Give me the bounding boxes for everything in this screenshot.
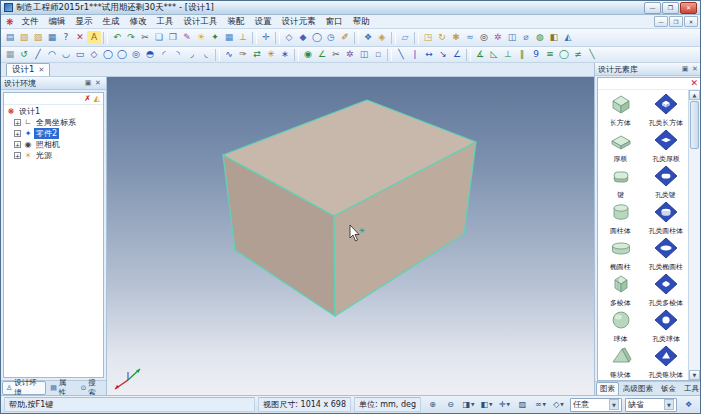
spline-tool-icon[interactable]: ∿ (222, 48, 236, 61)
maximize-button[interactable]: ❐ (662, 2, 679, 14)
library-item[interactable]: 孔类长方体 (643, 91, 688, 127)
tree-root-item[interactable]: ❋设计1 (4, 106, 103, 117)
menu-item-1[interactable]: 文件 (17, 16, 44, 28)
circle-2pt-tool-icon[interactable]: ◯ (115, 48, 129, 61)
grid-display-icon[interactable]: ▦ (222, 31, 236, 44)
regenerate-icon[interactable]: ◭ (94, 94, 100, 103)
mirror-feature-icon[interactable]: ◫ (505, 31, 519, 44)
render-mode-icon[interactable]: ◨▼ (460, 397, 477, 412)
sketch-2d-icon[interactable]: ◇ (282, 31, 296, 44)
undo-icon[interactable]: ↶ (110, 31, 124, 44)
minimize-button[interactable]: — (644, 2, 661, 14)
library-item[interactable]: 厚板 (598, 127, 643, 163)
dropdown-arrow-icon[interactable]: ▼ (664, 399, 674, 410)
expand-icon[interactable]: + (14, 119, 21, 126)
expand-icon[interactable]: + (14, 141, 21, 148)
snap-mode-combo[interactable]: 任意▼ (570, 398, 622, 412)
default-combo[interactable]: 缺省▼ (625, 398, 677, 412)
menu-item-7[interactable]: 设计工具 (179, 16, 223, 28)
pin-icon[interactable]: ▣ (680, 65, 690, 73)
menu-item-5[interactable]: 修改 (125, 16, 152, 28)
offset-tool-icon[interactable]: ⇄ (250, 48, 264, 61)
projection-icon[interactable]: ◇▼ (550, 397, 567, 412)
delete-icon[interactable]: ✕ (73, 31, 87, 44)
pin-icon[interactable]: ▣ (83, 79, 93, 87)
render-settings-icon[interactable]: ◧ (547, 31, 561, 44)
new-file-icon[interactable]: ▤ (3, 31, 17, 44)
copy-icon[interactable]: ❏ (152, 31, 166, 44)
right-panel-close-icon[interactable]: ✕ (690, 65, 700, 73)
dim-tool-7-icon[interactable]: ≠ (571, 48, 585, 61)
scroll-up-icon[interactable]: ▲ (689, 90, 700, 100)
dim-tool-1-icon[interactable]: ∡ (473, 48, 487, 61)
open-file-icon[interactable]: ▧ (17, 31, 31, 44)
arc-tool-icon[interactable]: ◠ (45, 48, 59, 61)
sweep-feature-icon[interactable]: ✱ (449, 31, 463, 44)
sketch-3d-icon[interactable]: ◆ (296, 31, 310, 44)
array-tool-icon[interactable]: ✲ (343, 48, 357, 61)
tree-item[interactable]: +✦零件2 (4, 128, 103, 139)
library-item[interactable]: 椭圆柱 (598, 235, 643, 271)
document-tab[interactable]: 设计1 ✕ (6, 63, 50, 76)
format-brush-icon[interactable]: ✎ (180, 31, 194, 44)
axis-tool-icon[interactable]: ❘ (408, 48, 422, 61)
tree-item[interactable]: +∟全局坐标系 (4, 117, 103, 128)
trim-tool-icon[interactable]: ✂ (329, 48, 343, 61)
circle-tool-icon[interactable]: ◯ (101, 48, 115, 61)
library-item[interactable]: 圆柱体 (598, 199, 643, 235)
sketch-circle-icon[interactable]: ◯ (310, 31, 324, 44)
zoom-in-icon[interactable]: ⊕ (424, 397, 441, 412)
line-tool-icon[interactable]: ╱ (31, 48, 45, 61)
pattern-feature-icon[interactable]: ✲ (491, 31, 505, 44)
dropdown-arrow-icon[interactable]: ▼ (609, 399, 619, 410)
open-folder-icon[interactable]: ▨ (31, 31, 45, 44)
expand-icon[interactable]: + (14, 130, 21, 137)
stretch-tool-icon[interactable]: ▫ (371, 48, 385, 61)
ellipse-tool-icon[interactable]: ◓ (143, 48, 157, 61)
library-tab-2[interactable]: 高级图素 (619, 382, 657, 396)
scroll-down-icon[interactable]: ▼ (689, 370, 700, 380)
revolve-feature-icon[interactable]: ↻ (435, 31, 449, 44)
view-direction-icon[interactable]: ∞▼ (532, 397, 549, 412)
dim-leader-icon[interactable]: ↘ (436, 48, 450, 61)
menu-item-9[interactable]: 设置 (250, 16, 277, 28)
reference-plane-icon[interactable]: ▱ (398, 31, 412, 44)
dim-tool-3-icon[interactable]: ⊥ (501, 48, 515, 61)
loft-feature-icon[interactable]: ≈ (463, 31, 477, 44)
render-bulb-icon[interactable]: ☀ (194, 31, 208, 44)
chamfer-tool-icon[interactable]: ∠ (315, 48, 329, 61)
mdi-minimize-button[interactable]: — (654, 16, 668, 27)
menu-item-12[interactable]: 帮助 (348, 16, 375, 28)
dim-linear-icon[interactable]: ↔ (422, 48, 436, 61)
menu-item-11[interactable]: 窗口 (321, 16, 348, 28)
menu-item-2[interactable]: 编辑 (44, 16, 71, 28)
line3d-tool-icon[interactable]: ╲ (394, 48, 408, 61)
projection-tool-icon[interactable]: ✳ (264, 48, 278, 61)
library-item[interactable]: 孔类厚板 (643, 127, 688, 163)
feature-tool-1-icon[interactable]: ❖ (361, 31, 375, 44)
menu-item-8[interactable]: 装配 (223, 16, 250, 28)
arc-q4-tool-icon[interactable]: ◟ (199, 48, 213, 61)
dim-tool-6-icon[interactable]: ◯ (557, 48, 571, 61)
library-tab-3[interactable]: 钣金 (657, 382, 680, 396)
menu-item-4[interactable]: 生成 (98, 16, 125, 28)
document-tab-close-icon[interactable]: ✕ (38, 66, 44, 74)
feature-tool-2-icon[interactable]: ◈ (375, 31, 389, 44)
mdi-close-button[interactable]: ✕ (684, 16, 698, 27)
mirror-tool-icon[interactable]: ◫ (357, 48, 371, 61)
sketch-arc-icon[interactable]: ◷ (324, 31, 338, 44)
cut-icon[interactable]: ✂ (138, 31, 152, 44)
pen-tool-icon[interactable]: ✑ (236, 48, 250, 61)
model-box[interactable]: ✳ (107, 77, 594, 395)
dim-tool-4-icon[interactable]: ∥ (515, 48, 529, 61)
redo-icon[interactable]: ↷ (124, 31, 138, 44)
dim-tool-2-icon[interactable]: ◺ (487, 48, 501, 61)
arc-q1-tool-icon[interactable]: ◜ (157, 48, 171, 61)
library-item[interactable]: 多棱体 (598, 271, 643, 307)
point-tool-icon[interactable]: ∗ (278, 48, 292, 61)
coordinate-system-icon[interactable]: ⊥ (236, 31, 250, 44)
library-item[interactable]: 孔类椭圆柱 (643, 235, 688, 271)
menu-item-10[interactable]: 设计元素 (277, 16, 321, 28)
link-icon[interactable]: ❖ (680, 397, 697, 412)
dim-angle-icon[interactable]: ∠ (450, 48, 464, 61)
